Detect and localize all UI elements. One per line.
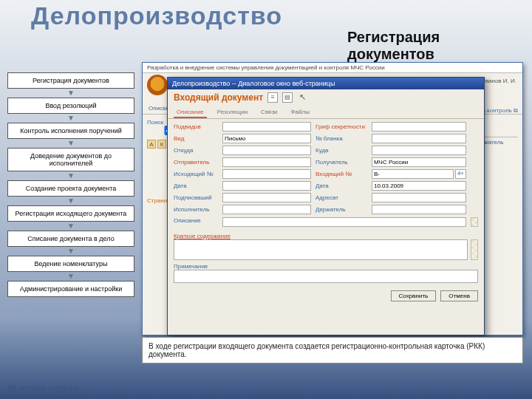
main-area: Разработка и внедрение системы управлени…	[142, 62, 523, 364]
flow-step-draft[interactable]: Создание проекта документа	[7, 180, 134, 197]
emblem-icon	[147, 75, 168, 95]
lbl-grif: Гриф секретности	[316, 123, 367, 130]
dialog-window: Делопроизводство -- Диалоговое окно веб-…	[167, 77, 485, 335]
fld-otkuda[interactable]	[222, 146, 311, 155]
page-title-big: Делопроизводство	[0, 0, 532, 30]
flow-step-admin[interactable]: Администрирование и настройки	[7, 281, 134, 297]
control-icon: ⧉	[514, 107, 518, 114]
search-label: Поиск	[147, 119, 163, 126]
lbl-blank: № бланка	[316, 135, 367, 142]
alpha-k[interactable]: К	[157, 140, 166, 149]
fld-vid[interactable]	[222, 134, 311, 143]
vendor-name: STINS COMAN	[21, 386, 81, 394]
vhodn-badge: 4+	[455, 169, 466, 179]
doc-tool-icon[interactable]: ≡	[267, 92, 278, 103]
flow-arrow-icon: ▼	[7, 115, 134, 121]
fld-primechanie[interactable]	[174, 270, 478, 283]
doc-tool-icon[interactable]: ▤	[282, 92, 293, 103]
fld-derzhatel[interactable]	[372, 205, 466, 214]
lbl-otpravitel: Отправитель	[174, 159, 218, 166]
tab-links[interactable]: Связи	[258, 107, 280, 118]
flow-step-register[interactable]: Регистрация документов	[7, 72, 134, 89]
lbl-ishn: Исходящий №	[174, 171, 218, 177]
back-title: Разработка и внедрение системы управлени…	[143, 63, 522, 73]
lbl-kuda: Куда	[316, 147, 367, 154]
fld-data2[interactable]	[372, 181, 466, 191]
lbl-kratkoe[interactable]: Краткое содержание	[174, 233, 231, 239]
lbl-primechanie: Примечание	[174, 263, 208, 270]
dialog-titlebar: Делопроизводство -- Диалоговое окно веб-…	[168, 78, 484, 89]
fld-poluchatel[interactable]	[372, 157, 466, 167]
fld-kuda[interactable]	[372, 146, 466, 155]
alpha-a[interactable]: А	[147, 140, 156, 149]
fld-otpravitel[interactable]	[222, 157, 311, 167]
fld-ispolnitel[interactable]	[222, 205, 311, 214]
flow-arrow-icon: ▼	[7, 248, 134, 254]
flow-step-archive[interactable]: Списание документа в дело	[7, 231, 134, 247]
lbl-poluchatel: Получатель	[316, 159, 367, 166]
dialog-title-text: Делопроизводство -- Диалоговое окно веб-…	[172, 80, 335, 87]
flow-arrow-icon: ▼	[7, 198, 134, 204]
pointer-icon: ↖	[297, 92, 307, 103]
fld-podvidov[interactable]	[222, 122, 311, 132]
fld-podpisavshiy[interactable]	[222, 193, 311, 202]
lbl-data1: Дата	[174, 183, 218, 189]
page-subtitle: Регистрация документов	[174, 27, 366, 67]
flow-step-nomenclature[interactable]: Ведение номенклатуры	[7, 256, 134, 272]
slide-caption: В ходе регистрации входящего документа с…	[142, 337, 523, 364]
tab-resolutions[interactable]: Резолюции	[214, 107, 250, 118]
checker-icon[interactable]	[471, 217, 478, 227]
flow-step-outgoing[interactable]: Регистрация исходящего документа	[7, 205, 134, 222]
flow-arrow-icon: ▼	[7, 90, 134, 96]
dialog-body: Подвидов Гриф секретности Вид № бланка О…	[168, 119, 484, 287]
summary-block: Краткое содержание	[174, 230, 478, 260]
flow-arrow-icon: ▼	[7, 273, 134, 279]
flow-arrow-icon: ▼	[7, 140, 134, 146]
cancel-button[interactable]: Отмена	[440, 290, 478, 301]
lbl-vid: Вид	[174, 135, 218, 142]
fld-ishn[interactable]	[222, 169, 311, 179]
lbl-data2: Дата	[316, 183, 367, 189]
lbl-vhodn: Входящий №	[316, 171, 367, 177]
fld-opisanie[interactable]	[222, 217, 466, 227]
lbl-ispolnitel: Исполнитель	[174, 206, 218, 213]
fld-blank[interactable]	[372, 134, 466, 143]
fld-adresat[interactable]	[372, 193, 466, 202]
flow-arrow-icon: ▼	[7, 223, 134, 229]
dialog-header: Входящий документ ≡ ▤ ↖	[168, 89, 484, 106]
dialog-tabs: Описание Резолюции Связи Файлы	[168, 106, 484, 119]
workflow-sidebar: Регистрация документов ▼ Ввод резолюций …	[7, 72, 134, 316]
tab-files[interactable]: Файлы	[288, 107, 313, 118]
lbl-opisanie: Описание	[174, 217, 218, 227]
logo-icon: ⌘	[7, 383, 18, 395]
flow-step-control[interactable]: Контроль исполнения поручений	[7, 123, 134, 139]
flow-step-resolutions[interactable]: Ввод резолюций	[7, 98, 134, 114]
lbl-podpisavshiy: Подписавший	[174, 194, 218, 201]
dialog-button-row: Сохранить Отмена	[168, 287, 484, 304]
fld-vhodn[interactable]	[372, 169, 454, 179]
fld-data1[interactable]	[222, 181, 311, 191]
checker-icon[interactable]	[471, 239, 478, 260]
form-grid: Подвидов Гриф секретности Вид № бланка О…	[174, 122, 478, 214]
flow-step-deliver[interactable]: Доведение документов до исполнителей	[7, 148, 134, 171]
lbl-adresat: Адресат	[316, 194, 367, 201]
flow-arrow-icon: ▼	[7, 173, 134, 179]
doc-heading: Входящий документ	[174, 92, 263, 103]
save-button[interactable]: Сохранить	[391, 290, 437, 301]
fld-kratkoe[interactable]	[174, 239, 468, 260]
fld-grif[interactable]	[372, 122, 466, 132]
note-block: Примечание	[174, 263, 478, 284]
lbl-podvidov: Подвидов	[174, 123, 218, 130]
lbl-derzhatel: Держатель	[316, 206, 367, 213]
lbl-otkuda: Откуда	[174, 147, 218, 154]
vendor-logo: ⌘ STINS COMAN	[7, 383, 81, 395]
tab-desc[interactable]: Описание	[174, 107, 207, 118]
